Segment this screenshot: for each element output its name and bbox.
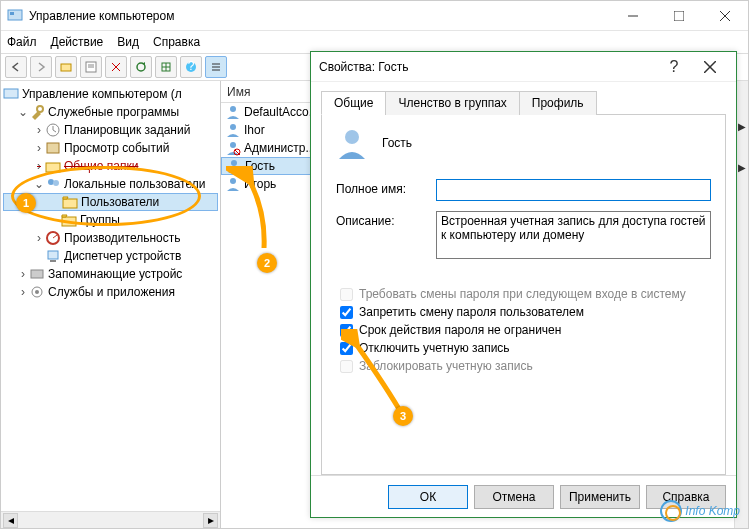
svg-rect-29: [48, 251, 58, 259]
fullname-label: Полное имя:: [336, 179, 436, 196]
cancel-button[interactable]: Отмена: [474, 485, 554, 509]
column-name[interactable]: Имя: [227, 85, 250, 99]
refresh-button[interactable]: [130, 56, 152, 78]
svg-rect-6: [61, 64, 71, 71]
user-icon: [225, 122, 241, 138]
svg-point-35: [230, 124, 236, 130]
computer-icon: [3, 86, 19, 102]
svg-rect-31: [31, 270, 43, 278]
menu-file[interactable]: Файл: [7, 35, 37, 49]
svg-point-34: [230, 106, 236, 112]
perf-icon: [45, 230, 61, 246]
dialog-titlebar: Свойства: Гость ?: [311, 52, 736, 82]
svg-point-33: [35, 290, 39, 294]
tools-icon: [29, 104, 45, 120]
device-icon: [45, 248, 61, 264]
window-titlebar: Управление компьютером: [1, 1, 748, 31]
svg-point-43: [345, 130, 359, 144]
menu-help[interactable]: Справка: [153, 35, 200, 49]
tree-system-tools[interactable]: ⌄ Служебные программы: [3, 103, 218, 121]
properties-button[interactable]: [80, 56, 102, 78]
help-button[interactable]: ?: [180, 56, 202, 78]
svg-rect-3: [674, 11, 684, 21]
user-disabled-icon: [225, 140, 241, 156]
svg-text:?: ?: [188, 61, 195, 73]
tab-member-of[interactable]: Членство в группах: [385, 91, 519, 115]
up-button[interactable]: [55, 56, 77, 78]
scroll-left-icon[interactable]: ◂: [3, 513, 18, 528]
tree-root[interactable]: Управление компьютером (л: [3, 85, 218, 103]
apply-button[interactable]: Применить: [560, 485, 640, 509]
properties-dialog: Свойства: Гость ? Общие Членство в групп…: [310, 51, 737, 518]
chevron-right-icon[interactable]: ▶: [738, 162, 746, 173]
tab-content: Гость Полное имя: Описание: Встроенная у…: [321, 115, 726, 475]
username-label: Гость: [382, 136, 412, 150]
dialog-tabs: Общие Членство в группах Профиль: [321, 90, 726, 115]
tree-hscrollbar[interactable]: ◂ ▸: [1, 511, 220, 528]
menu-bar: Файл Действие Вид Справка: [1, 31, 748, 53]
tree-pane: Управление компьютером (л ⌄ Служебные пр…: [1, 81, 221, 528]
details-view-button[interactable]: [205, 56, 227, 78]
tree-event-viewer[interactable]: ›Просмотр событий: [3, 139, 218, 157]
annotation-balloon-3: 3: [393, 406, 413, 426]
close-button[interactable]: [702, 1, 748, 31]
ok-button[interactable]: ОК: [388, 485, 468, 509]
tab-profile[interactable]: Профиль: [519, 91, 597, 115]
annotation-arrow-2: [226, 166, 286, 261]
tree-device-manager[interactable]: Диспетчер устройств: [3, 247, 218, 265]
fullname-input[interactable]: [436, 179, 711, 201]
dialog-help-button[interactable]: ?: [656, 53, 692, 81]
dialog-close-button[interactable]: [692, 53, 728, 81]
svg-point-36: [230, 142, 236, 148]
tree-services[interactable]: ›Службы и приложения: [3, 283, 218, 301]
tab-general[interactable]: Общие: [321, 91, 386, 115]
watermark-icon: [660, 500, 682, 522]
description-label: Описание:: [336, 211, 436, 228]
services-icon: [29, 284, 45, 300]
svg-point-20: [37, 106, 43, 112]
window-title: Управление компьютером: [29, 9, 610, 23]
svg-rect-30: [50, 260, 56, 262]
maximize-button[interactable]: [656, 1, 702, 31]
description-input[interactable]: Встроенная учетная запись для доступа го…: [436, 211, 711, 259]
svg-rect-1: [10, 12, 14, 15]
user-large-icon: [336, 127, 368, 159]
event-icon: [45, 140, 61, 156]
tree-storage[interactable]: ›Запоминающие устройс: [3, 265, 218, 283]
storage-icon: [29, 266, 45, 282]
annotation-balloon-2: 2: [257, 253, 277, 273]
chk-must-change-password: Требовать смены пароля при следующем вхо…: [340, 287, 711, 301]
chevron-right-icon[interactable]: ▶: [738, 121, 746, 132]
back-button[interactable]: [5, 56, 27, 78]
annotation-balloon-1: 1: [16, 193, 36, 213]
tree-scheduler[interactable]: ›Планировщик заданий: [3, 121, 218, 139]
tree-performance[interactable]: ›Производительность: [3, 229, 218, 247]
annotation-arrow-3: [341, 329, 421, 419]
chk-cannot-change-password[interactable]: Запретить смену пароля пользователем: [340, 305, 711, 319]
svg-rect-19: [4, 89, 18, 98]
export-button[interactable]: [155, 56, 177, 78]
minimize-button[interactable]: [610, 1, 656, 31]
expand-icon[interactable]: ⌄: [17, 105, 29, 119]
watermark: Info Komp: [660, 500, 740, 522]
user-icon: [225, 104, 241, 120]
annotation-ring: [11, 166, 201, 226]
dialog-title: Свойства: Гость: [319, 60, 656, 74]
menu-action[interactable]: Действие: [51, 35, 104, 49]
menu-view[interactable]: Вид: [117, 35, 139, 49]
app-icon: [7, 8, 23, 24]
svg-rect-22: [47, 143, 59, 153]
forward-button[interactable]: [30, 56, 52, 78]
delete-button[interactable]: [105, 56, 127, 78]
scroll-right-icon[interactable]: ▸: [203, 513, 218, 528]
clock-icon: [45, 122, 61, 138]
